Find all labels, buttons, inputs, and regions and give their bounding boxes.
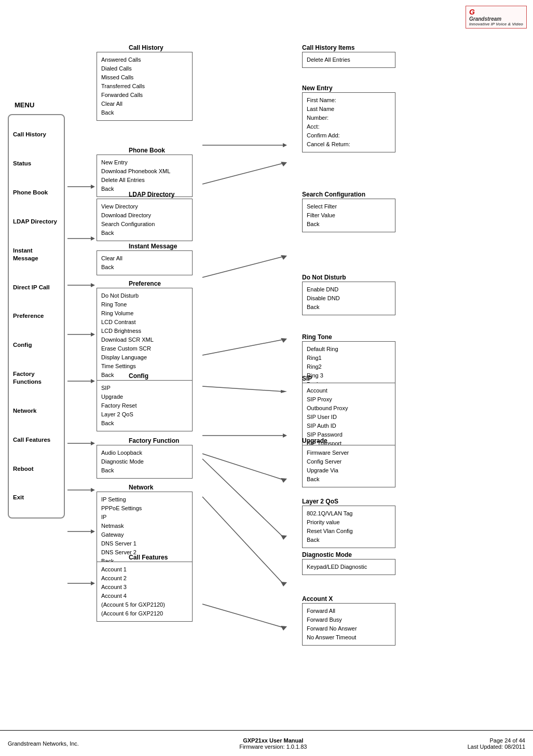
footer-right-line2: Last Updated: 08/2011 [468,744,525,750]
svg-line-36 [202,604,283,627]
sidebar-item-direct-ip-call[interactable]: Direct IP Call [13,284,60,291]
preference-box: Do Not Disturb Ring Tone Ring Volume LCD… [97,288,193,383]
diagnostic-mode-items: Keypad/LED Diagnostic [307,563,391,571]
svg-line-32 [202,459,283,537]
diagnostic-mode-title: Diagnostic Mode [302,551,352,558]
svg-line-22 [202,257,283,277]
sidebar-item-preference[interactable]: Preference [13,312,60,320]
phone-book-title: Phone Book [129,147,165,154]
call-features-title: Call Features [129,554,168,561]
svg-marker-9 [91,379,95,383]
account-x-title: Account X [302,595,333,603]
sidebar-item-config[interactable]: Config [13,341,60,349]
svg-line-30 [202,454,283,480]
call-history-title: Call History [129,44,163,51]
svg-marker-5 [91,283,95,287]
sidebar-item-reboot[interactable]: Reboot [13,465,60,473]
svg-line-34 [202,497,283,583]
svg-marker-33 [281,535,287,540]
preference-items: Do Not Disturb Ring Tone Ring Volume LCD… [101,291,188,380]
instant-message-box: Clear All Back [97,250,193,275]
footer-right-line1: Page 24 of 44 [468,737,525,744]
sidebar-menu-box: Call History Status Phone Book LDAP Dire… [8,114,65,519]
svg-marker-3 [91,236,95,241]
sidebar-item-network[interactable]: Network [13,407,60,415]
dnd-items: Enable DND Disable DND Back [307,285,391,312]
svg-marker-27 [281,390,287,393]
sidebar-item-exit[interactable]: Exit [13,494,60,501]
footer-center: GXP21xx User Manual Firmware version: 1.… [239,737,307,750]
svg-marker-23 [281,255,287,260]
footer-center-line2: Firmware version: 1.0.1.83 [239,744,307,750]
logo-text: Grandstream [469,16,523,22]
instant-message-title: Instant Message [129,243,177,250]
svg-marker-11 [91,441,95,445]
phone-book-items: New Entry Download Phonebook XML Delete … [101,158,188,193]
call-history-box: Answered Calls Dialed Calls Missed Calls… [97,52,193,121]
sidebar-item-factory-functions[interactable]: Factory Functions [13,370,60,386]
call-features-items: Account 1 Account 2 Account 3 Account 4 … [101,565,188,618]
search-config-title: Search Configuration [302,191,365,198]
factory-function-box: Audio Loopback Diagnostic Mode Back [97,445,193,479]
svg-line-24 [202,340,283,355]
ldap-directory-box: View Directory Download Directory Search… [97,199,193,241]
sidebar-item-phone-book[interactable]: Phone Book [13,189,60,197]
footer-center-line1: GXP21xx User Manual [239,737,307,744]
svg-marker-15 [91,529,95,534]
call-history-items-box: Delete All Entries [302,52,395,68]
svg-marker-17 [91,581,95,585]
svg-marker-37 [281,626,287,631]
factory-function-items: Audio Loopback Diagnostic Mode Back [101,449,188,475]
search-config-items: Select Filter Filter Value Back [307,202,391,229]
account-x-box: Forward All Forward Busy Forward No Answ… [302,603,395,646]
footer-left: Grandstream Networks, Inc. [8,740,79,747]
svg-marker-7 [91,332,95,337]
svg-marker-21 [281,162,287,166]
config-box: SIP Upgrade Factory Reset Layer 2 QoS Ba… [97,380,193,431]
new-entry-items: First Name: Last Name Number: Acct: Conf… [307,96,391,149]
footer-right: Page 24 of 44 Last Updated: 08/2011 [468,737,525,750]
do-not-disturb-box: Enable DND Disable DND Back [302,282,395,315]
delete-all-entries[interactable]: Delete All Entries [307,55,391,64]
network-title: Network [129,484,153,491]
svg-marker-25 [281,338,287,343]
config-items: SIP Upgrade Factory Reset Layer 2 QoS Ba… [101,384,188,428]
svg-line-20 [202,163,283,184]
footer: Grandstream Networks, Inc. GXP21xx User … [0,730,533,756]
new-entry-box: First Name: Last Name Number: Acct: Conf… [302,92,395,152]
layer2-qos-box: 802.1Q/VLAN Tag Priority value Reset Vla… [302,506,395,548]
diagnostic-mode-box: Keypad/LED Diagnostic [302,559,395,575]
do-not-disturb-title: Do Not Disturb [302,274,346,281]
svg-line-26 [202,386,283,391]
sip-title: SIP [302,375,312,382]
call-features-box: Account 1 Account 2 Account 3 Account 4 … [97,562,193,622]
menu-label: MENU [15,101,34,109]
upgrade-title: Upgrade [302,437,327,444]
svg-marker-13 [91,488,95,492]
layer2-qos-items: 802.1Q/VLAN Tag Priority value Reset Vla… [307,509,391,544]
svg-marker-29 [283,433,287,438]
logo-area: G Grandstream Innovative IP Voice & Vide… [459,4,527,30]
svg-marker-35 [281,582,287,586]
ldap-directory-title: LDAP Directory [129,191,174,198]
new-entry-title: New Entry [302,85,333,92]
svg-marker-1 [91,185,95,189]
preference-title: Preference [129,280,161,287]
call-history-items-title: Call History Items [302,44,354,51]
config-title: Config [129,372,148,380]
call-history-items: Answered Calls Dialed Calls Missed Calls… [101,55,188,117]
logo-subtitle: Innovative IP Voice & Video [469,22,523,26]
upgrade-items: Firmware Server Config Server Upgrade Vi… [307,449,391,484]
ring-tone-title: Ring Tone [302,333,332,341]
sidebar-item-status[interactable]: Status [13,160,60,167]
upgrade-box: Firmware Server Config Server Upgrade Vi… [302,445,395,487]
sidebar-item-ldap[interactable]: LDAP Directory [13,218,60,226]
layer2-qos-title: Layer 2 QoS [302,498,338,505]
svg-marker-19 [283,143,287,147]
ldap-items: View Directory Download Directory Search… [101,202,188,237]
sidebar-item-instant-message[interactable]: Instant Message [13,247,60,262]
instant-message-items: Clear All Back [101,254,188,272]
account-x-items: Forward All Forward Busy Forward No Answ… [307,607,391,642]
sidebar-item-call-history[interactable]: Call History [13,131,60,138]
sidebar-item-call-features[interactable]: Call Features [13,436,60,444]
